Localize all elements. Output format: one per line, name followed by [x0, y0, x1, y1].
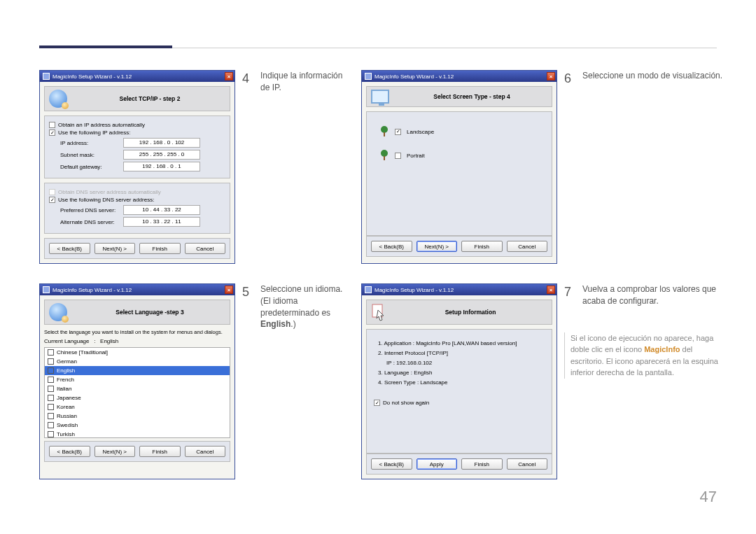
language-item[interactable]: Japanese	[45, 393, 230, 402]
caption-step4: 4 Indique la información de IP.	[242, 70, 354, 264]
svg-point-2	[381, 150, 388, 157]
ip-label: IP address:	[60, 140, 123, 146]
radio-auto-ip[interactable]: Obtain an IP address automatically	[49, 122, 225, 128]
language-item[interactable]: French	[45, 375, 230, 384]
tree-icon	[379, 126, 389, 137]
caption-text: Indique la información de IP.	[260, 70, 354, 264]
pref-dns-input[interactable]: 10 . 44 . 33 . 22	[123, 205, 200, 215]
radio-use-ip[interactable]: ✓Use the following IP address:	[49, 129, 225, 136]
alt-dns-input[interactable]: 10 . 33 . 22 . 11	[123, 217, 200, 227]
language-item[interactable]: Turkish	[45, 430, 230, 438]
ip-input[interactable]: 192 . 168 . 0 . 102	[123, 138, 200, 148]
language-label: German	[57, 358, 77, 365]
gateway-label: Default gateway:	[60, 164, 123, 170]
finish-button[interactable]: Finish	[139, 446, 181, 457]
svg-rect-1	[384, 132, 385, 136]
window-title: MagicInfo Setup Wizard - v.1.12	[374, 73, 454, 80]
cancel-button[interactable]: Cancel	[185, 243, 226, 254]
window-titlebar: MagicInfo Setup Wizard - v.1.12 ×	[362, 284, 556, 295]
wizard-step6: MagicInfo Setup Wizard - v.1.12 × Select…	[361, 70, 557, 264]
option-landscape[interactable]: ✓ Landscape	[379, 126, 545, 137]
window-title: MagicInfo Setup Wizard - v.1.12	[52, 73, 132, 80]
caption-step7: 7 Vuelva a comprobar los valores que aca…	[564, 283, 725, 307]
svg-rect-3	[384, 156, 385, 160]
cancel-button[interactable]: Cancel	[507, 241, 548, 252]
next-button[interactable]: Next(N) >	[94, 446, 136, 457]
pref-dns-label: Preferred DNS server:	[60, 207, 123, 213]
next-button[interactable]: Next(N) >	[416, 241, 458, 252]
checkbox-icon	[48, 349, 54, 356]
lang-desc: Select the language you want to install …	[44, 329, 230, 335]
step-title: Select Language -step 3	[74, 309, 225, 316]
app-icon	[43, 73, 50, 80]
svg-point-0	[381, 126, 388, 133]
finish-button[interactable]: Finish	[461, 241, 503, 252]
back-button[interactable]: < Back(B)	[49, 243, 90, 254]
gateway-input[interactable]: 192 . 168 . 0 . 1	[123, 162, 200, 171]
close-icon[interactable]: ×	[225, 72, 233, 80]
radio-auto-dns: Obtain DNS server address automatically	[49, 189, 225, 195]
info-line: 4. Screen Type : Landscape	[378, 379, 545, 386]
info-line: IP : 192.168.0.102	[386, 360, 545, 366]
step-header: Select TCP/IP - step 2	[44, 86, 230, 111]
label: Obtain DNS server address automatically	[58, 189, 161, 195]
subnet-input[interactable]: 255 . 255 . 255 . 0	[123, 150, 200, 160]
language-item[interactable]: Russian	[45, 412, 230, 421]
language-item[interactable]: Swedish	[45, 421, 230, 430]
language-item[interactable]: Chinese [Traditional]	[45, 348, 230, 357]
wizard-step5: MagicInfo Setup Wizard - v.1.12 × Select…	[39, 283, 235, 479]
step-title: Setup Information	[393, 309, 547, 316]
caption-text: Seleccione un idioma. (El idioma predete…	[260, 283, 354, 479]
back-button[interactable]: < Back(B)	[371, 241, 412, 252]
apply-button[interactable]: Apply	[416, 458, 458, 470]
language-item[interactable]: English	[45, 366, 230, 375]
monitor-icon	[371, 90, 389, 104]
window-title: MagicInfo Setup Wizard - v.1.12	[52, 287, 132, 293]
step-number: 5	[242, 283, 252, 479]
language-label: French	[57, 377, 74, 383]
checkbox-icon	[48, 431, 54, 437]
info-line: 2. Internet Protocol [TCP/IP]	[378, 350, 545, 356]
step-title: Select Screen Type - step 4	[396, 93, 547, 100]
checkbox-icon	[48, 422, 54, 428]
label: Use the following DNS server address:	[58, 197, 154, 203]
cancel-button[interactable]: Cancel	[185, 446, 226, 457]
checkbox-icon	[48, 386, 54, 392]
step-number: 6	[564, 70, 574, 264]
language-item[interactable]: German	[45, 357, 230, 366]
checkbox-icon	[48, 395, 54, 401]
label: Obtain an IP address automatically	[58, 122, 145, 128]
wizard-step4: MagicInfo Setup Wizard - v.1.12 × Select…	[39, 70, 235, 264]
next-button[interactable]: Next(N) >	[94, 243, 136, 254]
checkbox-icon	[48, 377, 54, 383]
back-button[interactable]: < Back(B)	[371, 458, 412, 470]
step-header: Select Language -step 3	[44, 300, 230, 325]
close-icon[interactable]: ×	[547, 286, 555, 294]
caption-step6: 6 Seleccione un modo de visualización.	[564, 70, 725, 264]
current-language: Current Language : English	[44, 338, 230, 344]
back-button[interactable]: < Back(B)	[49, 446, 90, 457]
wizard-step7: MagicInfo Setup Wizard - v.1.12 × Setup …	[361, 283, 557, 479]
language-label: Swedish	[57, 422, 78, 428]
language-label: Chinese [Traditional]	[57, 349, 108, 356]
step-number: 4	[242, 70, 252, 264]
language-list[interactable]: Chinese [Traditional]GermanEnglishFrench…	[44, 347, 230, 438]
do-not-show-checkbox[interactable]: ✓Do not show again	[374, 400, 545, 406]
radio-use-dns[interactable]: ✓Use the following DNS server address:	[49, 197, 225, 203]
close-icon[interactable]: ×	[547, 72, 555, 80]
language-label: Japanese	[57, 395, 81, 401]
option-portrait[interactable]: Portrait	[379, 150, 545, 161]
checkbox-icon	[48, 404, 54, 410]
language-item[interactable]: Italian	[45, 384, 230, 393]
language-item[interactable]: Korean	[45, 402, 230, 412]
close-icon[interactable]: ×	[225, 286, 233, 294]
cursor-icon	[371, 303, 386, 321]
setup-info: 1. Application : MagicInfo Pro [LAN,WAN …	[366, 329, 552, 454]
finish-button[interactable]: Finish	[139, 243, 181, 254]
finish-button[interactable]: Finish	[461, 458, 503, 470]
language-label: Turkish	[57, 431, 75, 437]
language-label: Russian	[57, 413, 77, 419]
app-icon	[43, 286, 50, 293]
checkbox-icon	[48, 367, 54, 374]
cancel-button[interactable]: Cancel	[507, 458, 548, 470]
